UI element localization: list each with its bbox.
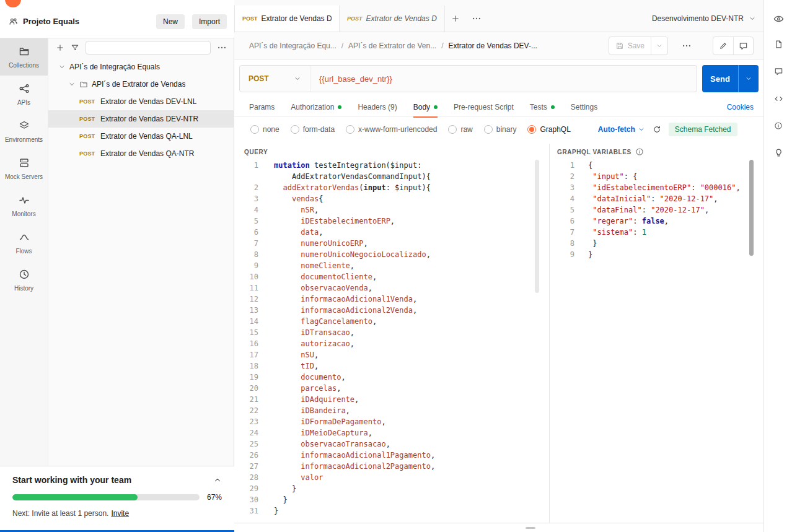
cookies-link[interactable]: Cookies [727,103,754,111]
info-icon[interactable] [774,121,783,130]
code-snippet-icon[interactable] [774,94,783,103]
line-number: 9 [239,260,266,271]
body-mode-graphql[interactable]: GraphQL [527,125,570,134]
comments-button[interactable] [733,37,753,55]
code-line: 7 numeroUnicoERP, [239,238,549,249]
postman-app: Projeto Equals New Import CollectionsAPI… [0,0,792,532]
code-line: 2 "input": { [552,171,759,182]
open-tab-1[interactable]: POST Extrator de Vendas DEV [234,6,340,32]
send-options-button[interactable] [738,65,759,92]
method-dropdown[interactable]: POST [240,66,310,92]
graphql-query-editor[interactable]: 1mutation testeIntegration($input: AddEx… [239,160,549,517]
collection-folder[interactable]: API´s de Extrator de Vendas [48,76,234,93]
line-number: 7 [552,227,582,238]
code-text: documentoCliente, [266,271,377,282]
rail-item-mock-servers[interactable]: Mock Servers [0,150,48,187]
collapse-card-button[interactable] [213,476,222,484]
send-button[interactable]: Send [702,65,759,92]
rail-item-apis[interactable]: APIs [0,76,48,113]
graphql-variables-editor[interactable]: 1{2 "input": {3 "idEstabelecimentoERP": … [552,160,759,260]
query-scrollbar[interactable] [535,160,539,293]
autofetch-dropdown[interactable]: Auto-fetch [598,125,645,134]
request-options-button[interactable] [677,41,697,51]
code-line: 2 addExtratorVendas(input: $input){ [239,182,549,193]
tab-settings[interactable]: Settings [571,98,597,117]
collection-root[interactable]: API´s de Integração Equals [48,58,234,76]
request-extrator-de-vendas-qa-ntr[interactable]: POSTExtrator de Vendas QA-NTR [48,145,234,162]
save-button[interactable]: Save [609,37,668,55]
request-extrator-de-vendas-qa-lnl[interactable]: POSTExtrator de Vendas QA-LNL [48,128,234,145]
filter-icon[interactable] [71,43,79,52]
breadcrumb-item[interactable]: API´s de Integração Equ... [249,41,337,50]
tab-headers-9-[interactable]: Headers (9) [358,98,397,117]
line-number: 10 [239,271,266,282]
line-number: 4 [239,204,266,216]
folder-name: API´s de Extrator de Vendas [92,80,185,89]
tab-params[interactable]: Params [249,98,275,117]
code-line: 1{ [552,160,759,171]
edit-button[interactable] [713,37,733,55]
request-url-bar: POST {{url_base_dev_ntr}} Send [239,65,759,92]
right-rail [763,0,792,532]
tab-options-button[interactable] [466,6,487,32]
line-number: 2 [552,171,582,182]
add-collection-button[interactable] [56,43,64,52]
url-input[interactable]: {{url_base_dev_ntr}} [310,74,392,84]
request-extrator-de-vendas-dev-lnl[interactable]: POSTExtrator de Vendas DEV-LNL [48,93,234,110]
import-button[interactable]: Import [192,14,227,29]
breadcrumb-item[interactable]: API´s de Extrator de Ven... [348,41,436,50]
line-number: 24 [239,427,266,438]
comments-icon[interactable] [774,67,783,76]
resize-handle[interactable] [526,527,535,529]
environment-selector[interactable]: Desenvolvimento DEV-NTR [652,6,763,32]
body-mode-none[interactable]: none [250,125,279,134]
chevron-down-icon[interactable] [58,63,66,71]
save-options-button[interactable] [651,37,667,55]
refresh-schema-button[interactable] [653,125,661,134]
rail-item-flows[interactable]: Flows [0,224,48,261]
breadcrumb-item[interactable]: Extrator de Vendas DEV-... [449,41,537,50]
new-button[interactable]: New [156,14,185,29]
mode-label: x-www-form-urlencoded [358,125,437,134]
open-tab-2[interactable]: POST Extrator de Vendas DEV [340,6,445,32]
documentation-icon[interactable] [774,40,783,49]
tab-pre-request-script[interactable]: Pre-request Script [454,98,514,117]
new-tab-button[interactable] [445,6,466,32]
code-text: observacaoVenda, [266,282,372,294]
tab-body[interactable]: Body [413,98,438,117]
body-mode-x-www-form-urlencoded[interactable]: x-www-form-urlencoded [346,125,437,134]
radio-button [291,125,299,134]
rail-item-monitors[interactable]: Monitors [0,187,48,224]
collections-more-button[interactable] [217,43,227,53]
code-line: 4 nSR, [239,204,549,216]
rail-item-history[interactable]: History [0,261,48,299]
collections-icon [19,46,30,59]
tab-tests[interactable]: Tests [530,98,555,117]
workspace-name[interactable]: Projeto Equals [23,17,79,26]
sidebar-filter-input[interactable] [86,41,211,55]
code-text: informacaoAdicional1Venda, [266,294,417,305]
team-progress-bar [12,494,200,500]
line-number: 30 [239,494,266,505]
variables-scrollbar[interactable] [749,160,754,256]
team-next-step: Next: Invite at least 1 person.Invite [12,509,222,518]
tab-label: Headers (9) [358,103,397,111]
tab-authorization[interactable]: Authorization [291,98,341,117]
request-extrator-de-vendas-dev-ntr[interactable]: POSTExtrator de Vendas DEV-NTR [48,110,234,128]
lightbulb-icon[interactable] [774,148,783,157]
rail-item-environments[interactable]: Environments [0,113,48,150]
save-icon [615,41,624,50]
chevron-down-icon[interactable] [68,81,76,88]
environment-quick-look-button[interactable] [764,9,792,28]
body-mode-binary[interactable]: binary [484,125,517,134]
body-mode-raw[interactable]: raw [448,125,472,134]
rail-item-collections[interactable]: Collections [0,38,48,76]
line-number: 13 [239,305,266,316]
info-icon[interactable] [635,147,644,156]
panel-splitter[interactable] [549,144,550,523]
invite-link[interactable]: Invite [111,509,129,518]
code-text: numeroUnicoNegocioLocalizado, [266,249,431,260]
tab-method-badge: POST [347,15,363,22]
code-line: 15 iDTransacao, [239,327,549,338]
body-mode-form-data[interactable]: form-data [291,125,335,134]
